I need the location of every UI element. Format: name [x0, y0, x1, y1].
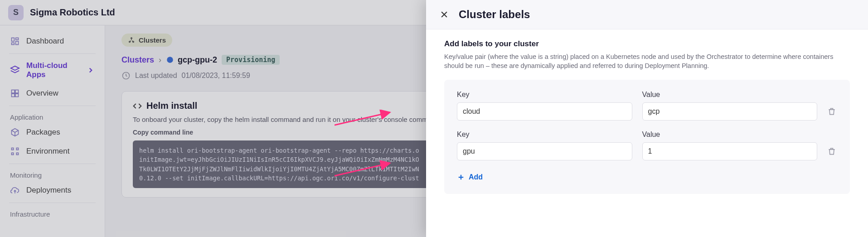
svg-rect-2 — [16, 41, 19, 45]
svg-point-13 — [131, 38, 132, 39]
drawer-title: Cluster labels — [459, 8, 530, 21]
divider — [9, 53, 96, 54]
key-field: Key — [457, 131, 632, 160]
sidebar-label: Overview — [26, 89, 58, 98]
key-label: Key — [457, 91, 632, 99]
cluster-pill-icon — [128, 37, 135, 44]
environment-icon — [10, 146, 20, 156]
sidebar-item-environment[interactable]: Environment — [0, 142, 105, 161]
sidebar-label: Deployments — [26, 186, 71, 195]
label-row: Key Value — [457, 91, 837, 121]
svg-rect-9 — [12, 148, 14, 150]
drawer-header: Cluster labels — [426, 0, 868, 29]
breadcrumb-sep: › — [159, 55, 161, 65]
sidebar-item-overview[interactable]: Overview — [0, 84, 105, 103]
sidebar-item-packages[interactable]: Packages — [0, 123, 105, 142]
clock-icon — [121, 71, 131, 80]
sidebar: Dashboard Multi-cloud Apps Overview Appl… — [0, 25, 105, 237]
svg-rect-7 — [12, 94, 15, 97]
value-input[interactable] — [642, 102, 818, 121]
status-badge: Provisioning — [222, 55, 280, 65]
divider — [9, 203, 96, 203]
divider — [9, 164, 96, 164]
sidebar-label: Environment — [26, 147, 69, 156]
sidebar-section-monitoring: Monitoring — [0, 167, 105, 181]
org-badge: S — [8, 5, 24, 20]
sidebar-item-multicloud[interactable]: Multi-cloud Apps — [0, 57, 105, 84]
key-input[interactable] — [457, 142, 632, 160]
sidebar-section-application: Application — [0, 109, 105, 123]
cluster-name: gcp-gpu-2 — [178, 55, 217, 65]
delete-row-button[interactable] — [827, 147, 837, 157]
svg-rect-5 — [12, 90, 15, 93]
sidebar-section-infrastructure: Infrastructure — [0, 206, 105, 220]
svg-point-16 — [167, 57, 173, 63]
sidebar-item-dashboard[interactable]: Dashboard — [0, 32, 105, 51]
drawer-body: Add labels to your cluster Key/value pai… — [426, 29, 868, 204]
plus-icon — [457, 173, 465, 181]
updated-label: Last updated — [135, 72, 177, 80]
helm-title: Helm install — [146, 101, 197, 111]
delete-row-button[interactable] — [827, 107, 837, 117]
svg-marker-4 — [11, 66, 19, 70]
clusters-pill-label: Clusters — [139, 36, 166, 44]
breadcrumb-cluster: gcp-gpu-2 — [166, 55, 217, 65]
svg-rect-0 — [12, 38, 15, 42]
package-icon — [10, 127, 20, 137]
intro-text: Key/value pair (where the value is a str… — [444, 52, 850, 71]
provider-icon — [166, 56, 174, 64]
code-icon — [133, 102, 142, 111]
svg-rect-11 — [12, 153, 14, 155]
value-label: Value — [642, 131, 818, 139]
cluster-labels-drawer: Cluster labels Add labels to your cluste… — [426, 0, 868, 237]
svg-rect-3 — [12, 43, 15, 44]
close-button[interactable] — [439, 9, 450, 20]
layers-icon — [10, 65, 20, 75]
svg-rect-1 — [16, 38, 19, 40]
breadcrumb-clusters[interactable]: Clusters — [121, 55, 154, 65]
value-field: Value — [642, 131, 818, 160]
key-label: Key — [457, 131, 632, 139]
updated-value: 01/08/2023, 11:59:59 — [182, 72, 250, 80]
sidebar-label: Packages — [26, 128, 60, 137]
dashboard-icon — [10, 36, 20, 46]
clusters-pill[interactable]: Clusters — [121, 34, 172, 47]
chevron-right-icon — [87, 66, 95, 74]
value-input[interactable] — [642, 142, 818, 160]
sidebar-label: Multi-cloud Apps — [26, 61, 80, 79]
value-label: Value — [642, 91, 818, 99]
value-field: Value — [642, 91, 818, 121]
svg-rect-12 — [16, 153, 18, 155]
cloud-upload-icon — [10, 185, 20, 195]
grid-icon — [10, 88, 20, 98]
key-field: Key — [457, 91, 632, 121]
svg-rect-10 — [16, 148, 18, 150]
svg-rect-6 — [15, 90, 19, 93]
divider — [9, 106, 96, 106]
svg-rect-8 — [15, 94, 19, 97]
label-row: Key Value — [457, 131, 837, 160]
labels-box: Key Value Key Value — [444, 80, 850, 194]
add-label-text: Add — [469, 173, 483, 181]
add-label-button[interactable]: Add — [457, 173, 483, 181]
intro-title: Add labels to your cluster — [444, 39, 850, 48]
sidebar-item-deployments[interactable]: Deployments — [0, 181, 105, 200]
sidebar-label: Dashboard — [26, 37, 64, 46]
org-name: Sigma Robotics Ltd — [30, 7, 115, 18]
key-input[interactable] — [457, 102, 632, 121]
